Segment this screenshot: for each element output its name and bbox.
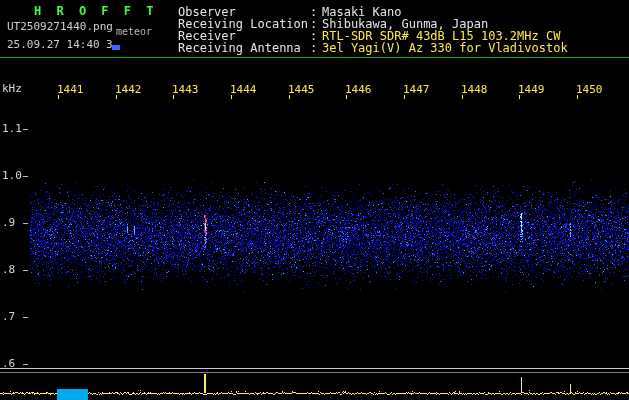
freq-axis-tick — [23, 176, 28, 177]
time-axis-label: 1442 — [115, 83, 142, 96]
time-axis-tick — [577, 95, 578, 99]
time-axis-label: 1443 — [172, 83, 199, 96]
freq-axis-label: .8 — [2, 263, 15, 276]
freq-axis-label: .9 — [2, 216, 15, 229]
time-axis-label: 1449 — [518, 83, 545, 96]
time-axis-label: 1441 — [57, 83, 84, 96]
hrofft-window: H R O F F T UT2509271440.png meteor 25.0… — [0, 0, 629, 400]
freq-unit-label: kHz — [2, 82, 22, 95]
time-axis-label: 1445 — [288, 83, 315, 96]
time-axis-label: 1450 — [576, 83, 603, 96]
info-separator: : — [310, 41, 322, 55]
freq-axis-tick — [23, 129, 28, 130]
cursor-block — [112, 45, 120, 50]
freq-axis-label: 1.1 — [2, 122, 22, 135]
spectrogram-canvas — [0, 0, 629, 400]
capture-filename: UT2509271440.png — [7, 20, 113, 33]
info-label: Receiving Antenna — [178, 41, 310, 55]
time-axis-tick — [519, 95, 520, 99]
freq-axis-label: 1.0 — [2, 169, 22, 182]
plot-separator-upper — [0, 368, 629, 369]
info-row-antenna: Receiving Antenna:3el Yagi(V) Az 330 for… — [178, 41, 568, 55]
activity-indicator-block — [57, 389, 88, 400]
datetime-label: 25.09.27 14:40 — [7, 38, 100, 51]
freq-axis-label: .7 — [2, 310, 15, 323]
time-axis-label: 1448 — [461, 83, 488, 96]
time-axis-tick — [116, 95, 117, 99]
freq-axis-tick — [23, 364, 28, 365]
time-axis-tick — [173, 95, 174, 99]
freq-axis-tick — [23, 223, 28, 224]
time-axis-label: 1447 — [403, 83, 430, 96]
time-axis-tick — [462, 95, 463, 99]
freq-axis-tick — [23, 317, 28, 318]
app-title: H R O F F T — [34, 4, 157, 18]
time-axis-label: 1444 — [230, 83, 257, 96]
time-axis-label: 1446 — [345, 83, 372, 96]
mode-label: meteor — [116, 26, 152, 37]
header-divider — [0, 57, 629, 58]
freq-axis-tick — [23, 270, 28, 271]
time-axis-tick — [346, 95, 347, 99]
time-axis-tick — [58, 95, 59, 99]
time-axis-tick — [289, 95, 290, 99]
plot-separator-lower — [0, 372, 629, 373]
info-value: 3el Yagi(V) Az 330 for Vladivostok — [322, 41, 568, 55]
time-axis-tick — [404, 95, 405, 99]
time-axis-tick — [231, 95, 232, 99]
